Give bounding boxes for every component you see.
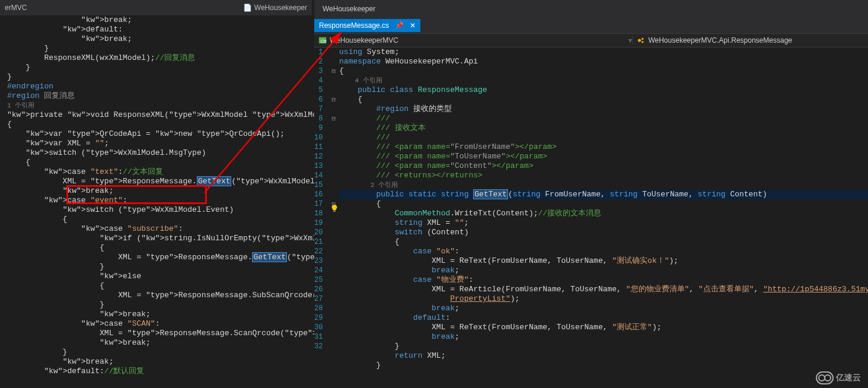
breadcrumb-bar: C# WeHousekeeperMVC ▾ WeHousekeeperMVC.A… (314, 33, 868, 47)
svg-point-2 (638, 39, 641, 42)
line-number-gutter: 1234567891011121314151617181920212223242… (314, 47, 331, 388)
pin-icon[interactable]: 📌 (395, 21, 404, 30)
class-icon (637, 36, 646, 44)
csharp-project-icon: C# (319, 36, 327, 44)
tab-wehousekeeper[interactable]: 📄 WeHousekeeper (238, 1, 312, 14)
fold-gutter[interactable]: ⊟ ⊟ ⊟ ⊟ (331, 47, 336, 388)
right-code-area[interactable]: using System;namespace WeHousekeeperMVC.… (336, 47, 868, 388)
breadcrumb-text: WeHousekeeperMVC (330, 36, 398, 44)
left-editor-pane: erMVC 📄 WeHousekeeper "kw">break; "kw">d… (0, 0, 312, 388)
csharp-file-icon: 📄 (243, 4, 252, 12)
breadcrumb-project[interactable]: C# WeHousekeeperMVC (314, 36, 403, 44)
close-icon[interactable]: ✕ (410, 21, 416, 30)
svg-text:C#: C# (321, 39, 327, 44)
svg-rect-6 (333, 211, 336, 212)
right-editor-pane: WeHousekeeper ResponseMessage.cs 📌 ✕ C# … (314, 0, 868, 388)
tab-label: erMVC (5, 4, 27, 12)
tab-ermvc[interactable]: erMVC (0, 1, 31, 14)
breadcrumb-text: WeHousekeeperMVC.Api.ResponseMessage (648, 36, 792, 44)
tab-label: WeHousekeeper (254, 4, 307, 12)
tab-responsemessage[interactable]: ResponseMessage.cs 📌 ✕ (314, 19, 420, 32)
watermark-text: 亿速云 (836, 373, 861, 383)
svg-point-3 (642, 38, 644, 40)
lightbulb-icon[interactable] (330, 204, 339, 212)
right-tabbar: ResponseMessage.cs 📌 ✕ (314, 18, 868, 33)
left-tabbar: erMVC 📄 WeHousekeeper (0, 0, 312, 15)
window-title-text: WeHousekeeper (323, 5, 375, 13)
breadcrumb-class[interactable]: WeHousekeeperMVC.Api.ResponseMessage (632, 36, 868, 44)
right-code-editor[interactable]: 1234567891011121314151617181920212223242… (314, 47, 868, 388)
watermark-icon (816, 371, 834, 384)
tab-label: ResponseMessage.cs (319, 21, 389, 30)
window-titlebar: WeHousekeeper (314, 0, 868, 18)
svg-point-4 (642, 41, 644, 43)
watermark: 亿速云 (816, 371, 861, 384)
left-code-editor[interactable]: "kw">break; "kw">default: "kw">break; } … (0, 15, 312, 388)
